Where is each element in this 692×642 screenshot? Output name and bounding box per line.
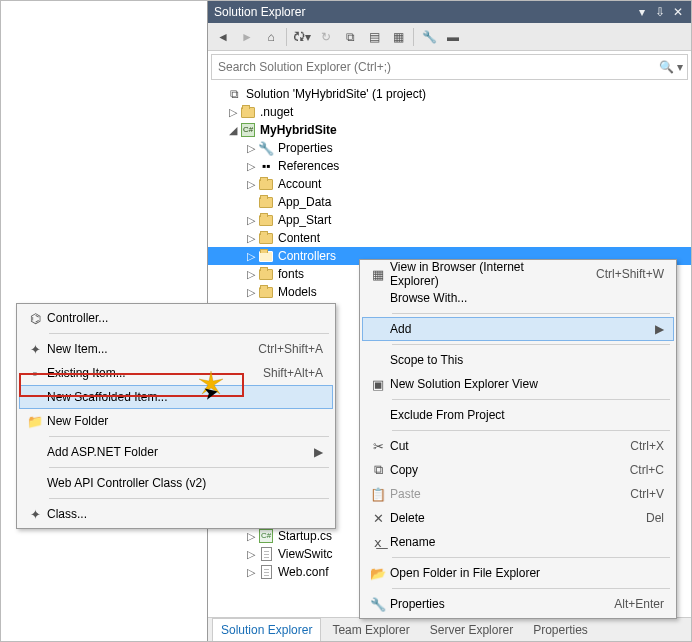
solution-node[interactable]: ▷⧉Solution 'MyHybridSite' (1 project) [208,85,691,103]
open-folder-icon: 📂 [366,566,390,581]
menu-separator [49,333,329,334]
search-bar[interactable]: 🔍 ▾ [211,54,688,80]
menu-separator [392,344,670,345]
folder-icon [258,284,274,300]
appstart-label: App_Start [278,213,331,227]
menu-new-item[interactable]: ✦New Item...Ctrl+Shift+A [19,337,333,361]
menu-separator [392,430,670,431]
viewswitch-label: ViewSwitc [278,547,332,561]
separator [413,28,414,46]
sync-button[interactable]: ↻ [315,26,337,48]
bottom-tabs: Solution Explorer Team Explorer Server E… [208,617,691,641]
menu-separator [392,399,670,400]
models-label: Models [278,285,317,299]
panel-titlebar[interactable]: Solution Explorer ▾ ⇩ ✕ [208,1,691,23]
menu-class[interactable]: ✦Class... [19,502,333,526]
menu-separator [392,588,670,589]
project-node[interactable]: ◢C#MyHybridSite [208,121,691,139]
menu-new-view[interactable]: ▣New Solution Explorer View [362,372,674,396]
delete-icon: ✕ [366,511,390,526]
toolbar: ◄ ► ⌂ 🗘▾ ↻ ⧉ ▤ ▦ 🔧 ▬ [208,23,691,51]
folder-icon [240,104,256,120]
folder-icon [258,266,274,282]
menu-exclude[interactable]: Exclude From Project [362,403,674,427]
paste-icon: 📋 [366,487,390,502]
account-label: Account [278,177,321,191]
separator [286,28,287,46]
forward-button[interactable]: ► [236,26,258,48]
close-icon[interactable]: ✕ [671,5,685,19]
nuget-node[interactable]: ▷.nuget [208,103,691,121]
refresh-button[interactable]: 🗘▾ [291,26,313,48]
menu-rename[interactable]: x͟Rename [362,530,674,554]
search-icon[interactable]: 🔍 ▾ [659,60,683,74]
menu-separator [49,498,329,499]
menu-separator [49,436,329,437]
tab-properties[interactable]: Properties [524,618,597,641]
menu-view-in-browser[interactable]: ▦View in Browser (Internet Explorer)Ctrl… [362,262,674,286]
solution-icon: ⧉ [226,86,242,102]
menu-delete[interactable]: ✕DeleteDel [362,506,674,530]
wrench-icon: 🔧 [366,597,390,612]
submenu-arrow-icon: ▶ [655,322,664,336]
folder-icon [258,212,274,228]
tab-server-explorer[interactable]: Server Explorer [421,618,522,641]
wrench-icon: 🔧 [258,140,274,156]
menu-asp-folder[interactable]: Add ASP.NET Folder▶ [19,440,333,464]
properties-node[interactable]: ▷🔧Properties [208,139,691,157]
webconfig-label: Web.conf [278,565,328,579]
file-icon [258,546,274,562]
pin-icon[interactable]: ⇩ [653,5,667,19]
menu-browse-with[interactable]: Browse With... [362,286,674,310]
panel-title: Solution Explorer [214,5,631,19]
references-node[interactable]: ▷▪▪References [208,157,691,175]
content-label: Content [278,231,320,245]
menu-add[interactable]: Add▶ [362,317,674,341]
menu-new-folder[interactable]: 📁New Folder [19,409,333,433]
window-icon: ▣ [366,377,390,392]
menu-copy[interactable]: ⧉CopyCtrl+C [362,458,674,482]
menu-scope-to-this[interactable]: Scope to This [362,348,674,372]
menu-existing-item[interactable]: ▫Existing Item...Shift+Alt+A [19,361,333,385]
appdata-label: App_Data [278,195,331,209]
home-button[interactable]: ⌂ [260,26,282,48]
appstart-node[interactable]: ▷App_Start [208,211,691,229]
controllers-label: Controllers [278,249,336,263]
browser-icon: ▦ [366,267,390,282]
references-label: References [278,159,339,173]
menu-cut[interactable]: ✂CutCtrl+X [362,434,674,458]
tab-solution-explorer[interactable]: Solution Explorer [212,618,321,641]
appdata-node[interactable]: ▷App_Data [208,193,691,211]
wrench-button[interactable]: 🔧 [418,26,440,48]
project-label: MyHybridSite [260,123,337,137]
content-node[interactable]: ▷Content [208,229,691,247]
search-input[interactable] [216,59,659,75]
folder-icon [258,248,274,264]
menu-new-scaffolded-item[interactable]: New Scaffolded Item... [19,385,333,409]
context-menu-main[interactable]: ▦View in Browser (Internet Explorer)Ctrl… [359,259,677,619]
file-icon [258,564,274,580]
preview-button[interactable]: ▬ [442,26,464,48]
menu-open-folder[interactable]: 📂Open Folder in File Explorer [362,561,674,585]
nuget-label: .nuget [260,105,293,119]
submenu-arrow-icon: ▶ [314,445,323,459]
menu-controller[interactable]: ⌬Controller... [19,306,333,330]
folder-icon [258,176,274,192]
dropdown-icon[interactable]: ▾ [635,5,649,19]
folder-icon [258,194,274,210]
properties-button[interactable]: ▦ [387,26,409,48]
collapse-all-button[interactable]: ⧉ [339,26,361,48]
existing-item-icon: ▫ [23,366,47,381]
menu-properties[interactable]: 🔧PropertiesAlt+Enter [362,592,674,616]
menu-web-api-controller[interactable]: Web API Controller Class (v2) [19,471,333,495]
context-menu-add[interactable]: ⌬Controller... ✦New Item...Ctrl+Shift+A … [16,303,336,529]
account-node[interactable]: ▷Account [208,175,691,193]
csproj-icon: C# [240,122,256,138]
copy-icon: ⧉ [366,462,390,478]
properties-label: Properties [278,141,333,155]
folder-icon [258,230,274,246]
show-all-files-button[interactable]: ▤ [363,26,385,48]
back-button[interactable]: ◄ [212,26,234,48]
tab-team-explorer[interactable]: Team Explorer [323,618,418,641]
cut-icon: ✂ [366,439,390,454]
